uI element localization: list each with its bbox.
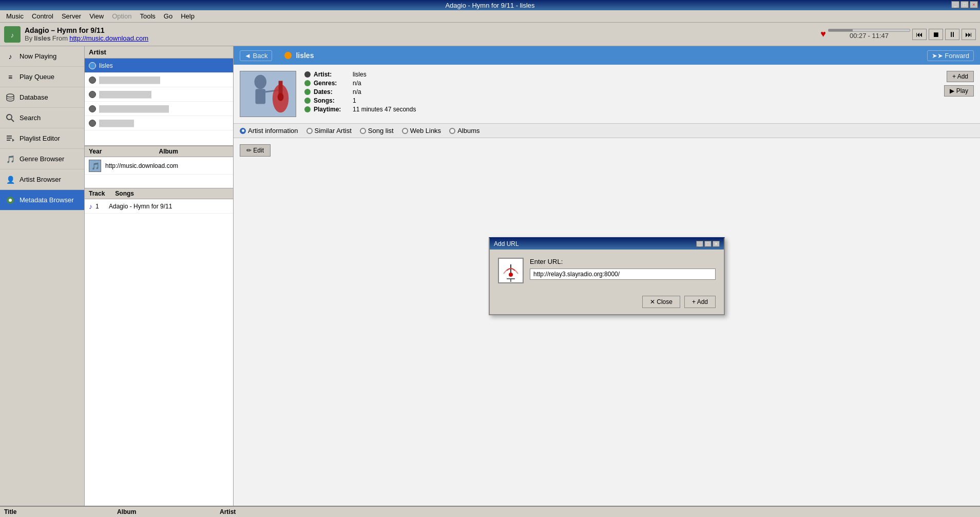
artist-name-3: ████████████████ — [99, 105, 169, 112]
artist-circle-icon-4 — [89, 120, 96, 127]
song-title: Adagio – Hymn for 9/11 — [25, 26, 816, 34]
close-button[interactable]: × — [970, 1, 978, 8]
song-sub: By lisles From http://music.download.com — [25, 34, 816, 42]
stop-button[interactable]: ⏹ — [929, 29, 943, 40]
dialog-restore-button[interactable]: □ — [704, 241, 712, 247]
artist-row-4[interactable]: ████████ — [85, 116, 233, 130]
svg-text:🎵: 🎵 — [91, 162, 100, 170]
artist-circle-icon — [89, 62, 96, 69]
artist-circle-icon-1 — [89, 76, 96, 84]
dialog-close-button[interactable]: × — [713, 241, 720, 247]
artist-circle-icon-3 — [89, 105, 96, 112]
dialog-label: Enter URL: — [530, 258, 716, 265]
menu-view[interactable]: View — [85, 11, 108, 21]
svg-rect-7 — [7, 140, 10, 141]
svg-text:♪: ♪ — [11, 31, 14, 39]
sidebar-label-genre-browser: Genre Browser — [20, 155, 64, 163]
songs-col-track: Track — [89, 190, 105, 197]
artist-row-lisles[interactable]: lisles — [85, 59, 233, 73]
next-button[interactable]: ⏭ — [962, 29, 976, 40]
sidebar-item-artist-browser[interactable]: 👤 Artist Browser — [0, 169, 84, 190]
svg-point-3 — [7, 114, 12, 120]
album-row-0[interactable]: 🎵 http://music.download.com — [85, 157, 233, 175]
dialog-titlebar: Add URL _ □ × — [490, 238, 724, 250]
menubar: Music Control Server View Option Tools G… — [0, 10, 980, 23]
bottom-queue: Title Album Artist ▶ Adagio - Hymn for 9… — [0, 506, 980, 517]
sidebar-item-play-queue[interactable]: ≡ Play Queue — [0, 67, 84, 87]
artist-name-4: ████████ — [99, 120, 134, 127]
svg-line-4 — [11, 119, 14, 122]
svg-point-10 — [9, 199, 12, 202]
songs-header: Track Songs — [85, 188, 233, 199]
time-current: 00:27 — [850, 32, 867, 40]
sidebar-label-search: Search — [20, 114, 41, 122]
artist-name-2: ████████████ — [99, 91, 151, 98]
artist-name-lisles: lisles — [99, 62, 113, 69]
playlist-icon — [5, 133, 15, 144]
minimize-button[interactable]: _ — [951, 1, 959, 8]
sidebar-label-artist-browser: Artist Browser — [20, 176, 61, 183]
artist-circle-icon-2 — [89, 91, 96, 98]
songbar: ♪ Adagio – Hymn for 9/11 By lisles From … — [0, 23, 980, 46]
queue-col-artist: Artist — [220, 508, 976, 515]
song-info: Adagio – Hymn for 9/11 By lisles From ht… — [25, 26, 816, 42]
sidebar-label-now-playing: Now Playing — [20, 52, 56, 60]
sidebar-item-search[interactable]: Search — [0, 108, 84, 128]
menu-tools[interactable]: Tools — [136, 11, 159, 21]
menu-help[interactable]: Help — [177, 11, 199, 21]
menu-server[interactable]: Server — [57, 11, 85, 21]
menu-option[interactable]: Option — [108, 11, 136, 21]
queue-col-title: Title — [4, 508, 117, 515]
prev-button[interactable]: ⏮ — [912, 29, 927, 40]
close-button[interactable]: ✕ Close — [642, 296, 680, 308]
from-label: From — [52, 34, 68, 42]
sidebar-label-playlist-editor: Playlist Editor — [20, 135, 60, 142]
dialog-minimize-button[interactable]: _ — [696, 241, 703, 247]
metadata-icon — [5, 195, 15, 205]
sidebar-item-playlist-editor[interactable]: Playlist Editor — [0, 128, 84, 149]
time-sep: - — [868, 32, 872, 40]
song-note-icon: ♪ — [89, 202, 92, 210]
dialog-body: Enter URL: — [490, 250, 724, 292]
song-url: http://music.download.com — [69, 34, 148, 42]
artist-row-3[interactable]: ████████████████ — [85, 102, 233, 116]
sidebar-item-database[interactable]: Database — [0, 87, 84, 108]
dialog-controls[interactable]: _ □ × — [696, 241, 720, 247]
artist-row-2[interactable]: ████████████ — [85, 87, 233, 102]
sidebar: ♪ Now Playing ≡ Play Queue Database — [0, 46, 85, 506]
queue-header: Title Album Artist — [0, 507, 980, 517]
sidebar-item-metadata-browser[interactable]: Metadata Browser — [0, 190, 84, 210]
song-track-0: 1 — [95, 203, 106, 210]
time-total: 11:47 — [872, 32, 889, 40]
restore-button[interactable]: □ — [960, 1, 969, 8]
titlebar-controls[interactable]: _ □ × — [951, 1, 978, 8]
by-label: By — [25, 34, 32, 42]
song-row-0[interactable]: ♪ 1 Adagio - Hymn for 9/11 — [85, 199, 233, 214]
heart-button[interactable]: ♥ — [820, 29, 826, 40]
pause-button[interactable]: ⏸ — [945, 29, 959, 40]
menu-control[interactable]: Control — [28, 11, 57, 21]
artist-list: lisles ██████████████ ████████████ █████… — [85, 59, 233, 146]
modal-overlay: Add URL _ □ × — [234, 46, 980, 506]
songs-section: Track Songs ♪ 1 Adagio - Hymn for 9/11 — [85, 188, 233, 506]
svg-point-2 — [7, 94, 14, 97]
database-icon — [5, 92, 15, 103]
song-artist: lisles — [34, 34, 51, 42]
menu-go[interactable]: Go — [160, 11, 177, 21]
albums-header: Year Album — [85, 146, 233, 157]
albums-list: 🎵 http://music.download.com — [85, 157, 233, 188]
add-url-button[interactable]: + Add — [684, 296, 716, 308]
dialog-radio-icon — [498, 258, 524, 283]
song-icon: ♪ — [4, 26, 21, 43]
queue-icon: ≡ — [5, 72, 15, 82]
sidebar-item-genre-browser[interactable]: 🎵 Genre Browser — [0, 149, 84, 169]
artist-row-1[interactable]: ██████████████ — [85, 73, 233, 87]
menu-music[interactable]: Music — [2, 11, 28, 21]
url-input[interactable] — [530, 269, 716, 280]
sidebar-item-now-playing[interactable]: ♪ Now Playing — [0, 46, 84, 67]
album-thumb-icon: 🎵 — [89, 160, 101, 172]
main-layout: ♪ Now Playing ≡ Play Queue Database — [0, 46, 980, 506]
dialog-footer: ✕ Close + Add — [490, 292, 724, 314]
albums-col-album: Album — [159, 148, 229, 155]
albums-section: Year Album 🎵 http://music.download.com — [85, 146, 233, 188]
